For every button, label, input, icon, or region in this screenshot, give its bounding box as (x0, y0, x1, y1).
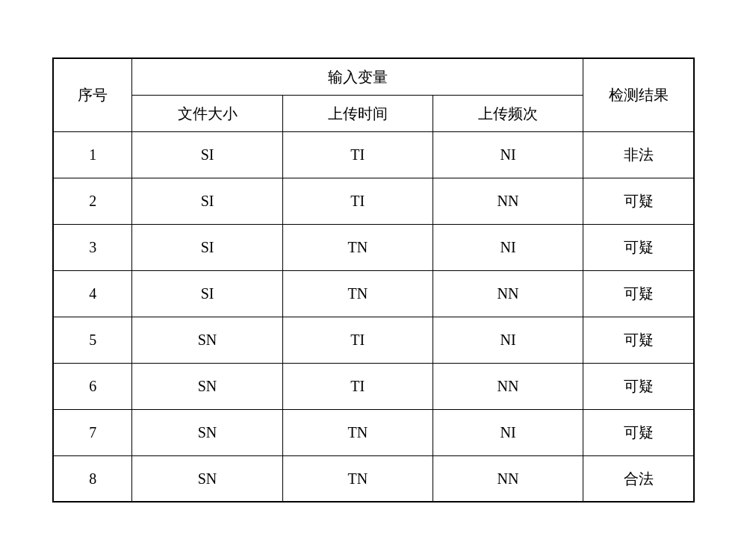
header-upload-time: 上传时间 (282, 95, 433, 131)
header-seq: 序号 (53, 58, 132, 132)
table-body: 1SITINI非法2SITINN可疑3SITNNI可疑4SITNNN可疑5SNT… (53, 131, 694, 502)
table-row: 2SITINN可疑 (53, 178, 694, 224)
result-cell: 可疑 (583, 363, 694, 409)
upload-freq-cell: NI (433, 317, 583, 363)
result-cell: 可疑 (583, 409, 694, 455)
upload-time-cell: TI (282, 363, 433, 409)
seq-cell: 7 (53, 409, 132, 455)
upload-freq-cell: NI (433, 131, 583, 178)
upload-freq-cell: NN (433, 455, 583, 502)
result-cell: 可疑 (583, 178, 694, 224)
table-row: 8SNTNNN合法 (53, 455, 694, 502)
file-size-cell: SN (132, 317, 282, 363)
header-detect-result: 检测结果 (583, 58, 694, 132)
upload-time-cell: TI (282, 317, 433, 363)
table-row: 3SITNNI可疑 (53, 224, 694, 270)
upload-freq-cell: NN (433, 363, 583, 409)
upload-freq-cell: NN (433, 178, 583, 224)
header-upload-freq: 上传频次 (433, 95, 583, 131)
seq-cell: 3 (53, 224, 132, 270)
seq-cell: 2 (53, 178, 132, 224)
upload-time-cell: TI (282, 178, 433, 224)
result-cell: 可疑 (583, 224, 694, 270)
table-row: 1SITINI非法 (53, 131, 694, 178)
seq-cell: 5 (53, 317, 132, 363)
header-input-vars: 输入变量 (132, 58, 583, 96)
upload-time-cell: TN (282, 270, 433, 317)
seq-cell: 6 (53, 363, 132, 409)
result-cell: 非法 (583, 131, 694, 178)
file-size-cell: SN (132, 363, 282, 409)
file-size-cell: SI (132, 270, 282, 317)
file-size-cell: SI (132, 131, 282, 178)
upload-freq-cell: NN (433, 270, 583, 317)
seq-cell: 8 (53, 455, 132, 502)
table-row: 5SNTINI可疑 (53, 317, 694, 363)
header-file-size: 文件大小 (132, 95, 282, 131)
upload-time-cell: TN (282, 224, 433, 270)
upload-time-cell: TN (282, 409, 433, 455)
header-row-1: 序号 输入变量 检测结果 (53, 58, 694, 96)
result-cell: 可疑 (583, 317, 694, 363)
seq-cell: 1 (53, 131, 132, 178)
upload-time-cell: TI (282, 131, 433, 178)
seq-cell: 4 (53, 270, 132, 317)
upload-time-cell: TN (282, 455, 433, 502)
file-size-cell: SI (132, 224, 282, 270)
table-container: 序号 输入变量 检测结果 文件大小 上传时间 上传频次 1SITINI非法2SI… (52, 57, 695, 503)
file-size-cell: SI (132, 178, 282, 224)
upload-freq-cell: NI (433, 409, 583, 455)
file-size-cell: SN (132, 455, 282, 502)
file-size-cell: SN (132, 409, 282, 455)
table-row: 6SNTINN可疑 (53, 363, 694, 409)
table-row: 7SNTNNI可疑 (53, 409, 694, 455)
upload-freq-cell: NI (433, 224, 583, 270)
decision-table: 序号 输入变量 检测结果 文件大小 上传时间 上传频次 1SITINI非法2SI… (52, 57, 695, 503)
result-cell: 合法 (583, 455, 694, 502)
table-row: 4SITNNN可疑 (53, 270, 694, 317)
result-cell: 可疑 (583, 270, 694, 317)
